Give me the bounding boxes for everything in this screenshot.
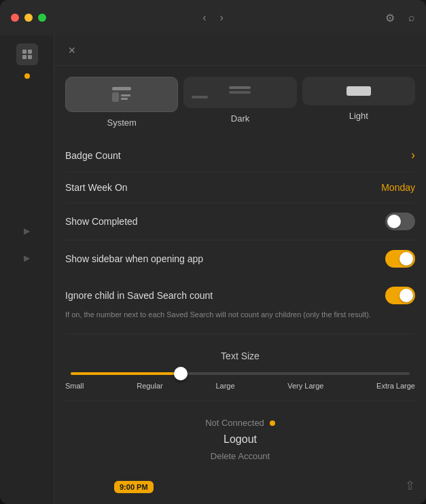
ignore-child-row: Ignore child in Saved Search count	[65, 277, 415, 307]
titlebar-nav: ‹ ›	[202, 12, 224, 24]
divider	[65, 334, 415, 334]
nav-forward-icon[interactable]: ›	[220, 12, 224, 24]
sidebar-item-3[interactable]: ▶	[16, 247, 38, 269]
slider-track	[71, 372, 410, 375]
slider-fill	[71, 372, 183, 375]
text-size-section: Text Size Small Regular Large Very Large…	[54, 340, 426, 395]
ignore-child-toggle[interactable]	[385, 287, 415, 304]
titlebar-actions: ⚙ ⌕	[385, 12, 415, 24]
slider-labels: Small Regular Large Very Large Extra Lar…	[65, 382, 415, 390]
theme-option-dark[interactable]: Dark	[183, 77, 296, 128]
bottom-right-icon: ⇧	[405, 478, 415, 493]
search-icon[interactable]: ⌕	[408, 12, 415, 24]
theme-system-label: System	[107, 118, 136, 128]
settings-list: Badge Count › Start Week On Monday Show …	[54, 139, 426, 277]
nav-back-icon[interactable]: ‹	[202, 12, 206, 24]
ignore-child-note: If on, the number next to each Saved Sea…	[65, 310, 415, 328]
show-sidebar-label: Show sidebar when opening app	[65, 253, 203, 264]
start-week-value: Monday	[381, 182, 415, 193]
badge-count-row[interactable]: Badge Count ›	[65, 139, 415, 173]
maximize-button[interactable]	[38, 14, 46, 22]
app-window: ‹ › ⚙ ⌕ ▶ ▶	[0, 0, 426, 504]
grid-icon	[22, 50, 32, 59]
content-area: ▶ ▶ ✕	[0, 35, 426, 504]
size-regular: Regular	[137, 382, 163, 390]
sidebar-item-2[interactable]: ▶	[16, 220, 38, 242]
theme-selector: System Dark	[54, 66, 426, 139]
show-sidebar-toggle-knob	[400, 252, 413, 266]
time-badge: 9:00 PM	[114, 481, 154, 493]
show-completed-label: Show Completed	[65, 216, 138, 227]
start-week-row[interactable]: Start Week On Monday	[65, 173, 415, 203]
connection-status-dot	[270, 420, 275, 426]
ignore-child-label: Ignore child in Saved Search count	[65, 290, 213, 301]
connection-status-row: Not Connected	[205, 418, 275, 428]
settings-icon[interactable]: ⚙	[385, 12, 395, 24]
minimize-button[interactable]	[24, 14, 33, 22]
size-very-large: Very Large	[287, 382, 323, 390]
sidebar-indicator-dot	[24, 73, 30, 79]
divider-2	[65, 401, 415, 401]
show-sidebar-toggle[interactable]	[385, 250, 415, 268]
badge-count-label: Badge Count	[65, 150, 121, 161]
badge-count-chevron: ›	[411, 148, 415, 162]
connection-status-text: Not Connected	[205, 418, 264, 428]
panel-close-button[interactable]: ✕	[65, 43, 79, 57]
text-size-slider-container	[65, 372, 415, 375]
show-completed-toggle[interactable]	[385, 213, 415, 230]
show-completed-row: Show Completed	[65, 203, 415, 240]
theme-dark-icon-wrap	[183, 77, 296, 108]
theme-light-icon-wrap	[302, 77, 415, 105]
text-size-label: Text Size	[65, 350, 415, 361]
main-panel: ✕	[54, 35, 426, 504]
theme-option-system[interactable]: System	[65, 77, 178, 128]
titlebar: ‹ › ⚙ ⌕	[0, 0, 426, 35]
start-week-label: Start Week On	[65, 182, 128, 193]
panel-header: ✕	[54, 35, 426, 66]
size-extra-large: Extra Large	[376, 382, 415, 390]
ignore-child-group: Ignore child in Saved Search count If on…	[54, 277, 426, 328]
text-size-slider-thumb[interactable]	[174, 367, 188, 380]
show-sidebar-row: Show sidebar when opening app	[65, 240, 415, 277]
size-small: Small	[65, 382, 84, 390]
traffic-lights	[11, 14, 46, 22]
theme-dark-label: Dark	[231, 113, 249, 124]
sidebar-icon-grid[interactable]	[16, 43, 38, 65]
logout-button[interactable]: Logout	[224, 433, 257, 446]
show-completed-toggle-knob	[387, 215, 401, 228]
theme-light-label: Light	[349, 111, 368, 121]
theme-option-light[interactable]: Light	[302, 77, 415, 128]
ignore-child-toggle-knob	[400, 289, 413, 302]
sidebar: ▶ ▶	[0, 35, 54, 504]
theme-system-icon-wrap	[65, 77, 178, 112]
close-button[interactable]	[11, 14, 19, 22]
bottom-section: Not Connected Logout Delete Account	[54, 407, 426, 472]
size-large: Large	[215, 382, 234, 390]
delete-account-link[interactable]: Delete Account	[211, 451, 270, 461]
